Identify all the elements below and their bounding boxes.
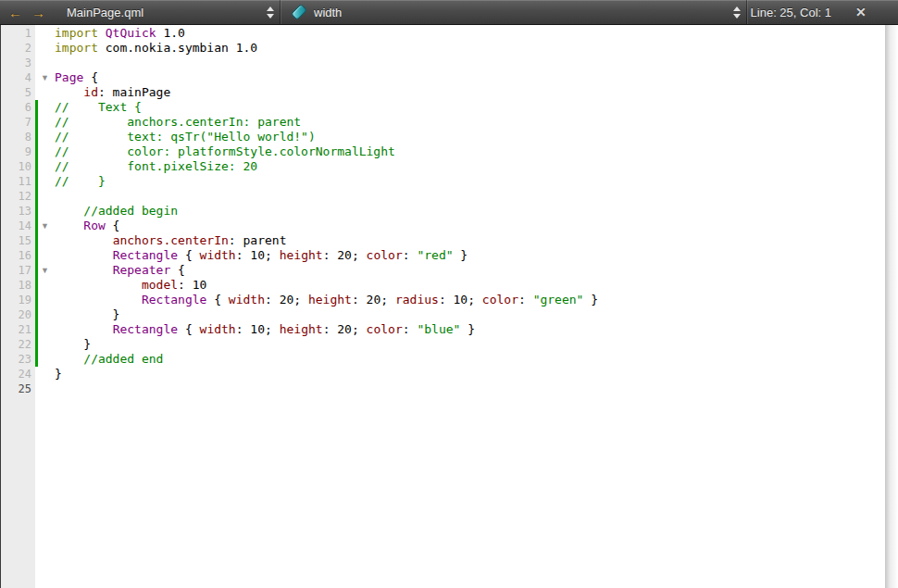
fold-column xyxy=(35,100,55,115)
fold-column xyxy=(35,382,55,396)
line-number: 1 xyxy=(1,26,35,41)
fold-column xyxy=(35,248,55,263)
line-number: 11 xyxy=(1,174,35,189)
line-number: 20 xyxy=(1,307,35,322)
symbol-combo-label: width xyxy=(314,6,342,19)
line-number: 12 xyxy=(1,189,35,204)
line-number: 13 xyxy=(1,204,35,219)
fold-marker-icon[interactable]: ▼ xyxy=(35,263,55,278)
code-line[interactable]: 22 } xyxy=(1,337,898,352)
updown-arrows-icon xyxy=(267,6,274,19)
fold-column xyxy=(35,189,55,204)
code-line[interactable]: 6// Text { xyxy=(1,100,898,115)
code-text: // } xyxy=(55,174,106,189)
code-text: Repeater { xyxy=(55,263,185,278)
code-line[interactable]: 19 Rectangle { width: 20; height: 20; ra… xyxy=(1,293,898,307)
fold-column xyxy=(35,307,55,322)
close-icon: ✕ xyxy=(855,5,867,19)
code-text: // font.pixelSize: 20 xyxy=(55,159,257,174)
line-number: 9 xyxy=(1,144,35,159)
symbol-combobox[interactable]: width xyxy=(281,0,746,24)
code-text: // anchors.centerIn: parent xyxy=(55,115,301,130)
symbol-type-icon xyxy=(291,4,307,20)
code-line[interactable]: 17▼ Repeater { xyxy=(1,263,898,278)
code-editor[interactable]: 1import QtQuick 1.02import com.nokia.sym… xyxy=(0,24,898,588)
code-line[interactable]: 11// } xyxy=(1,174,898,189)
code-text: model: 10 xyxy=(55,278,206,293)
code-line[interactable]: 12 xyxy=(1,189,898,204)
line-number: 14 xyxy=(1,219,35,233)
fold-column xyxy=(35,144,55,159)
code-line[interactable]: 18 model: 10 xyxy=(1,278,898,293)
fold-column xyxy=(35,293,55,307)
line-number: 23 xyxy=(1,352,35,367)
code-line[interactable]: 8// text: qsTr("Hello world!") xyxy=(1,130,898,144)
code-line[interactable]: 14▼ Row { xyxy=(1,219,898,233)
code-line[interactable]: 10// font.pixelSize: 20 xyxy=(1,159,898,174)
code-text: // Text { xyxy=(55,100,142,115)
fold-column xyxy=(35,41,55,56)
line-number: 24 xyxy=(1,367,35,382)
line-number-current: 25 xyxy=(1,382,35,396)
fold-column xyxy=(35,367,55,382)
code-line[interactable]: 1import QtQuick 1.0 xyxy=(1,26,898,41)
open-file-combobox[interactable]: MainPage.qml xyxy=(50,0,280,24)
close-editor-button[interactable]: ✕ xyxy=(835,0,898,24)
code-text: //added end xyxy=(55,352,163,367)
fold-column xyxy=(35,352,55,367)
code-line[interactable]: 7// anchors.centerIn: parent xyxy=(1,115,898,130)
code-line[interactable]: 15 anchors.centerIn: parent xyxy=(1,233,898,248)
code-text: Rectangle { width: 20; height: 20; radiu… xyxy=(55,293,598,307)
file-combo-label: MainPage.qml xyxy=(67,6,143,19)
line-number: 5 xyxy=(1,85,35,100)
code-line[interactable]: 25 xyxy=(1,382,898,396)
fold-column xyxy=(35,56,55,70)
code-line[interactable]: 20 } xyxy=(1,307,898,322)
fold-column xyxy=(35,337,55,352)
code-line[interactable]: 4▼Page { xyxy=(1,70,898,85)
line-number: 10 xyxy=(1,159,35,174)
code-text: Rectangle { width: 10; height: 20; color… xyxy=(55,248,468,263)
back-button[interactable]: ← xyxy=(4,0,27,24)
line-number: 6 xyxy=(1,100,35,115)
fold-column xyxy=(35,130,55,144)
code-text: Row { xyxy=(55,219,119,233)
line-number: 16 xyxy=(1,248,35,263)
fold-marker-icon[interactable]: ▼ xyxy=(35,219,55,233)
code-text: Rectangle { width: 10; height: 20; color… xyxy=(55,322,475,337)
line-number: 7 xyxy=(1,115,35,130)
line-number: 8 xyxy=(1,130,35,144)
code-text: } xyxy=(55,337,91,352)
code-line[interactable]: 13 //added begin xyxy=(1,204,898,219)
code-line[interactable]: 16 Rectangle { width: 10; height: 20; co… xyxy=(1,248,898,263)
line-number: 3 xyxy=(1,56,35,70)
code-lines: 1import QtQuick 1.02import com.nokia.sym… xyxy=(1,24,898,396)
code-line[interactable]: 21 Rectangle { width: 10; height: 20; co… xyxy=(1,322,898,337)
code-text: import com.nokia.symbian 1.0 xyxy=(55,41,257,56)
fold-column xyxy=(35,85,55,100)
code-line[interactable]: 3 xyxy=(1,56,898,70)
code-text: import QtQuick 1.0 xyxy=(55,26,185,41)
line-number: 22 xyxy=(1,337,35,352)
changed-lines-bar xyxy=(35,100,38,367)
arrow-up-icon xyxy=(733,6,741,11)
code-line[interactable]: 24} xyxy=(1,367,898,382)
code-text: id: mainPage xyxy=(55,85,170,100)
code-text: anchors.centerIn: parent xyxy=(55,233,286,248)
editor-toolbar: ← → MainPage.qml width Line: 25, Col: 1 … xyxy=(0,0,898,25)
code-line[interactable]: 5 id: mainPage xyxy=(1,85,898,100)
forward-button[interactable]: → xyxy=(27,0,50,24)
fold-marker-icon[interactable]: ▼ xyxy=(35,70,55,85)
fold-column xyxy=(35,174,55,189)
line-number: 21 xyxy=(1,322,35,337)
code-line[interactable]: 23 //added end xyxy=(1,352,898,367)
fold-column xyxy=(35,26,55,41)
fold-column xyxy=(35,322,55,337)
fold-column xyxy=(35,115,55,130)
arrow-down-icon xyxy=(733,14,741,19)
code-line[interactable]: 9// color: platformStyle.colorNormalLigh… xyxy=(1,144,898,159)
code-line[interactable]: 2import com.nokia.symbian 1.0 xyxy=(1,41,898,56)
code-text: Page { xyxy=(55,70,98,85)
code-text: //added begin xyxy=(55,204,178,219)
scrollbar-track[interactable] xyxy=(885,24,898,588)
